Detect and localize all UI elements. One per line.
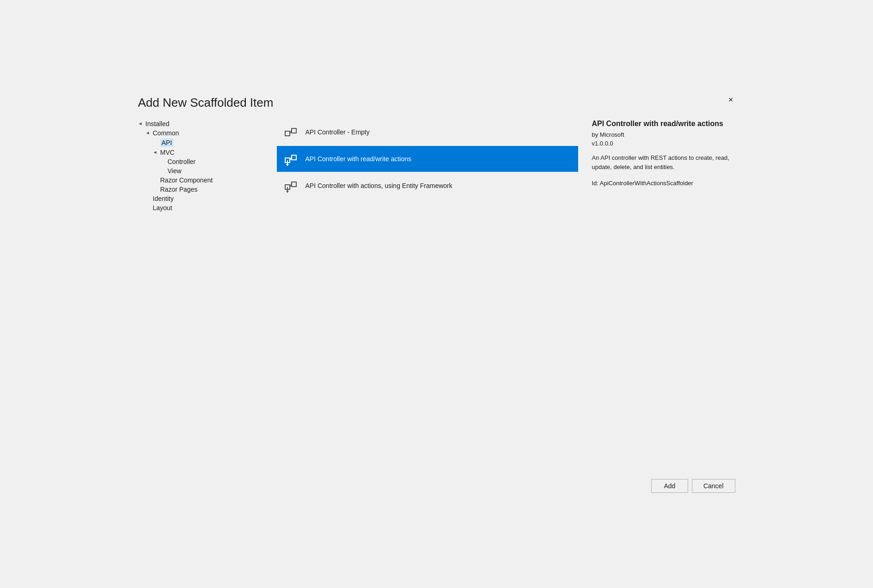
- list-item-api-empty[interactable]: API Controller - Empty: [277, 119, 578, 145]
- tree-arrow-installed: ◄: [138, 121, 146, 126]
- dialog-body: ◄ Installed ◄ Common API ◄ MVC Controlle: [138, 119, 735, 470]
- sidebar-item-identity[interactable]: Identity: [146, 194, 269, 203]
- api-empty-icon: [282, 124, 299, 140]
- sidebar-label-view: View: [168, 167, 182, 175]
- detail-panel: API Controller with read/write actions b…: [587, 119, 735, 470]
- svg-rect-11: [292, 182, 296, 187]
- sidebar-item-razor-pages[interactable]: Razor Pages: [153, 185, 269, 194]
- sidebar-label-common: Common: [153, 129, 179, 137]
- tree-arrow-api: [153, 140, 160, 145]
- svg-rect-0: [285, 131, 290, 136]
- dialog-title-bar: Add New Scaffolded Item ×: [138, 96, 735, 110]
- sidebar-item-controller[interactable]: Controller: [160, 157, 269, 166]
- tree-arrow-common: ◄: [146, 130, 153, 135]
- tree-arrow-view: [160, 168, 168, 173]
- sidebar-item-mvc[interactable]: ◄ MVC: [153, 148, 269, 157]
- tree-arrow-razor-component: [153, 177, 160, 182]
- detail-title: API Controller with read/write actions: [592, 119, 735, 129]
- add-scaffolded-item-dialog: Add New Scaffolded Item × ◄ Installed ◄ …: [127, 86, 746, 502]
- api-ef-label: API Controller with actions, using Entit…: [305, 182, 452, 189]
- dialog-footer: Add Cancel: [138, 470, 735, 493]
- detail-description: An API controller with REST actions to c…: [592, 153, 735, 171]
- sidebar-label-mvc: MVC: [160, 149, 175, 156]
- detail-id: Id: ApiControllerWithActionsScaffolder: [592, 179, 735, 188]
- svg-marker-15: [286, 191, 289, 193]
- api-readwrite-label: API Controller with read/write actions: [305, 155, 412, 163]
- sidebar-label-razor-component: Razor Component: [160, 176, 213, 184]
- svg-marker-9: [286, 164, 289, 166]
- item-list: API Controller - Empty A: [277, 119, 578, 470]
- dialog-title: Add New Scaffolded Item: [138, 96, 274, 110]
- tree-arrow-mvc: ◄: [153, 150, 160, 155]
- sidebar-item-common[interactable]: ◄ Common: [146, 128, 269, 138]
- sidebar: ◄ Installed ◄ Common API ◄ MVC Controlle: [138, 119, 277, 470]
- api-readwrite-icon: [282, 151, 299, 167]
- sidebar-item-view[interactable]: View: [160, 166, 269, 176]
- sidebar-item-installed[interactable]: ◄ Installed: [138, 119, 269, 128]
- sidebar-label-razor-pages: Razor Pages: [160, 186, 198, 193]
- close-button[interactable]: ×: [726, 96, 735, 104]
- detail-author: by Microsoft: [592, 131, 735, 138]
- api-ef-icon: [282, 177, 299, 194]
- list-item-api-readwrite[interactable]: API Controller with read/write actions: [277, 146, 578, 172]
- sidebar-label-layout: Layout: [153, 204, 172, 212]
- sidebar-label-controller: Controller: [168, 158, 196, 165]
- list-item-api-ef[interactable]: API Controller with actions, using Entit…: [277, 173, 578, 199]
- cancel-button[interactable]: Cancel: [692, 479, 735, 493]
- svg-rect-1: [292, 128, 296, 133]
- detail-version: v1.0.0.0: [592, 140, 735, 147]
- sidebar-label-api: API: [160, 139, 174, 147]
- api-empty-label: API Controller - Empty: [305, 128, 370, 136]
- sidebar-item-layout[interactable]: Layout: [146, 203, 269, 212]
- tree-arrow-layout: [146, 205, 153, 210]
- tree-arrow-identity: [146, 196, 153, 201]
- sidebar-label-installed: Installed: [146, 120, 170, 127]
- sidebar-label-identity: Identity: [153, 195, 174, 202]
- add-button[interactable]: Add: [651, 479, 688, 493]
- tree-arrow-controller: [160, 159, 168, 164]
- sidebar-item-razor-component[interactable]: Razor Component: [153, 176, 269, 185]
- sidebar-item-api[interactable]: API: [153, 138, 269, 148]
- svg-rect-5: [292, 155, 296, 160]
- tree-arrow-razor-pages: [153, 187, 160, 192]
- content-area: API Controller - Empty A: [277, 119, 735, 470]
